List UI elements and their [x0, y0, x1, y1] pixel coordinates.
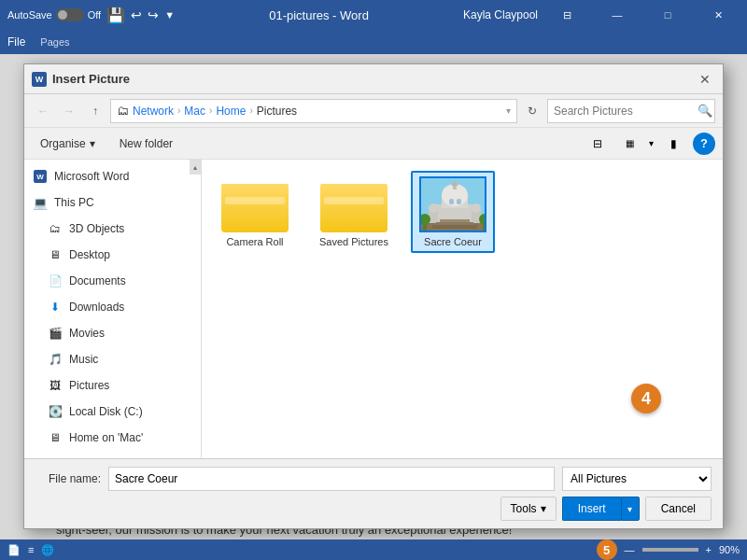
minimize-button[interactable]: —: [596, 0, 639, 30]
view-options-button[interactable]: ⊟: [585, 132, 610, 156]
search-box[interactable]: 🔍: [547, 99, 715, 123]
redo-icon[interactable]: ↪: [148, 7, 159, 22]
breadcrumb-icon: 🗂: [117, 104, 129, 118]
breadcrumb-mac[interactable]: Mac: [184, 105, 205, 118]
dialog-toolbar: Organise ▾ New folder ⊟ ▦ ▾ ▮ ?: [24, 128, 723, 160]
pictures-icon: 🖼: [47, 378, 63, 393]
dialog-overlay: W Insert Picture ✕ ← → ↑ 🗂 Network › Mac…: [0, 54, 747, 560]
maximize-button[interactable]: □: [646, 0, 689, 30]
scroll-up-indicator[interactable]: ▴: [190, 160, 201, 175]
up-button[interactable]: ↑: [84, 100, 106, 122]
sidebar-label-this-pc: This PC: [54, 196, 94, 209]
tools-label: Tools: [511, 502, 537, 515]
svg-rect-10: [457, 199, 461, 204]
customize-icon[interactable]: ▼: [164, 9, 175, 21]
cancel-button[interactable]: Cancel: [645, 497, 712, 521]
insert-dropdown-button[interactable]: ▾: [621, 497, 640, 521]
breadcrumb-network[interactable]: Network: [133, 105, 174, 118]
file-item-saved-pictures[interactable]: Saved Pictures: [312, 171, 396, 253]
sidebar-label-local-disk: Local Disk (C:): [69, 405, 143, 418]
file-item-camera-roll[interactable]: Camera Roll: [213, 171, 297, 253]
new-folder-button[interactable]: New folder: [111, 132, 181, 156]
word-content: sight-seer, our mission is to make your …: [0, 54, 747, 560]
sidebar-item-documents[interactable]: 📄 Documents: [24, 268, 201, 294]
zoom-slider[interactable]: [642, 548, 698, 552]
view-toggle-button[interactable]: ▦: [617, 132, 641, 156]
folder-shine-saved: [324, 197, 384, 204]
insert-button[interactable]: Insert: [562, 497, 621, 521]
dialog-body: ▴ W Microsoft Word 💻 This PC: [24, 160, 723, 458]
sidebar-item-microsoft-word[interactable]: W Microsoft Word: [24, 163, 201, 189]
ribbon-collapse-button[interactable]: ⊟: [545, 0, 588, 30]
sidebar-label-pictures: Pictures: [69, 379, 109, 392]
svg-point-11: [429, 203, 438, 213]
sidebar-item-desktop[interactable]: 🖥 Desktop: [24, 242, 201, 268]
tools-chevron: ▾: [541, 502, 546, 515]
sidebar-label-home-mac: Home on 'Mac': [69, 431, 143, 444]
pane-toggle-button[interactable]: ▮: [661, 132, 685, 156]
search-icon: 🔍: [698, 104, 712, 118]
sidebar-item-this-pc[interactable]: 💻 This PC: [24, 189, 201, 216]
search-input[interactable]: [554, 105, 694, 118]
word-count-icon: ≡: [28, 544, 34, 555]
downloads-icon: ⬇: [47, 300, 63, 315]
breadcrumb[interactable]: 🗂 Network › Mac › Home › Pictures ▾: [110, 99, 517, 123]
folder-shine: [225, 197, 285, 204]
ribbon-bar: File Pages: [0, 30, 747, 54]
svg-rect-13: [440, 219, 470, 222]
save-icon[interactable]: 💾: [106, 7, 125, 24]
sidebar-item-allfiles-mac[interactable]: 🖥 AllFiles on 'Mac': [24, 451, 201, 458]
forward-button[interactable]: →: [58, 100, 80, 122]
footer-row1: File name: All Pictures All Files: [35, 467, 712, 491]
sidebar-item-3d-objects[interactable]: 🗂 3D Objects: [24, 216, 201, 242]
breadcrumb-sep3: ›: [249, 105, 252, 116]
status-bar: 📄 ≡ 🌐 5 — + 90%: [0, 539, 747, 560]
organise-chevron: ▾: [90, 137, 95, 150]
home-mac-icon: 🖥: [47, 430, 63, 445]
back-button[interactable]: ←: [32, 100, 54, 122]
organise-button[interactable]: Organise ▾: [32, 132, 104, 156]
autosave-knob: [58, 10, 67, 20]
file-label-saved-pictures: Saved Pictures: [319, 236, 388, 247]
title-bar: AutoSave Off 💾 ↩ ↪ ▼ 01-pictures - Word …: [0, 0, 747, 30]
page-icon: 📄: [7, 544, 21, 556]
sidebar-item-pictures[interactable]: 🖼 Pictures: [24, 372, 201, 399]
dialog-title-bar: W Insert Picture ✕: [24, 64, 723, 94]
filetype-select[interactable]: All Pictures All Files: [562, 467, 712, 491]
file-label-sacre-coeur: Sacre Coeur: [424, 236, 482, 247]
file-item-sacre-coeur[interactable]: Sacre Coeur: [411, 171, 495, 253]
language-icon: 🌐: [41, 544, 54, 556]
breadcrumb-sep2: ›: [209, 105, 212, 116]
autosave-pill[interactable]: [56, 8, 84, 21]
breadcrumb-dropdown[interactable]: ▾: [506, 105, 511, 116]
zoom-in-button[interactable]: +: [706, 544, 712, 555]
svg-rect-15: [432, 225, 477, 229]
address-bar: ← → ↑ 🗂 Network › Mac › Home › Pictures …: [24, 94, 723, 128]
sidebar-item-music[interactable]: 🎵 Music: [24, 346, 201, 372]
view-chevron[interactable]: ▾: [649, 138, 654, 148]
tools-button[interactable]: Tools ▾: [500, 497, 557, 521]
folder-icon-saved-pictures: [320, 176, 388, 232]
sidebar-item-local-disk[interactable]: 💽 Local Disk (C:): [24, 399, 201, 425]
sidebar-item-downloads[interactable]: ⬇ Downloads: [24, 294, 201, 320]
breadcrumb-home[interactable]: Home: [216, 105, 246, 118]
sidebar-item-home-mac[interactable]: 🖥 Home on 'Mac': [24, 425, 201, 451]
zoom-out-button[interactable]: —: [625, 544, 635, 555]
file-tab[interactable]: File: [7, 35, 25, 49]
filename-input[interactable]: [108, 467, 555, 491]
autosave-toggle[interactable]: AutoSave Off: [7, 8, 101, 21]
word-icon-small: W: [34, 170, 47, 183]
sidebar-item-movies[interactable]: 🎬 Movies: [24, 320, 201, 346]
movies-icon: 🎬: [47, 326, 63, 341]
help-button[interactable]: ?: [693, 133, 715, 155]
3d-icon: 🗂: [47, 221, 63, 236]
dialog-close-button[interactable]: ✕: [695, 69, 715, 90]
folder-body-saved: [320, 184, 388, 232]
insert-picture-dialog: W Insert Picture ✕ ← → ↑ 🗂 Network › Mac…: [23, 63, 724, 529]
undo-icon[interactable]: ↩: [131, 7, 142, 22]
refresh-button[interactable]: ↻: [521, 100, 543, 122]
close-button[interactable]: ✕: [697, 0, 740, 30]
filename-label: File name:: [35, 472, 101, 485]
folder-body: [221, 184, 289, 232]
organise-label: Organise: [40, 137, 86, 150]
